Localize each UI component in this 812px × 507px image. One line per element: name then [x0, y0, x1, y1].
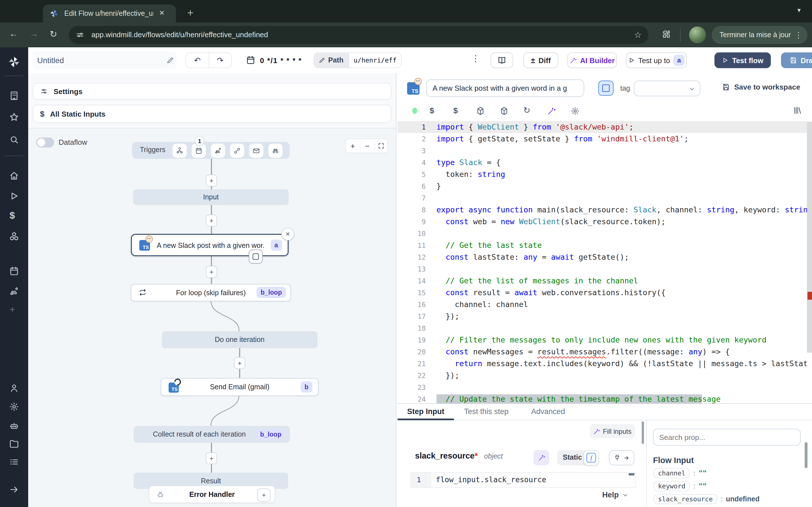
- docs-book-button[interactable]: [491, 52, 513, 68]
- add-icon[interactable]: +: [10, 304, 15, 316]
- ai-builder-button[interactable]: AI Builder: [567, 52, 617, 68]
- help-button[interactable]: Help: [602, 491, 629, 499]
- editor-scrollbar[interactable]: [807, 122, 812, 353]
- zoom-out-icon[interactable]: −: [360, 142, 375, 151]
- code-line[interactable]: 20 const newMessages = result.messages.f…: [398, 346, 807, 358]
- code-line[interactable]: 17 });: [398, 311, 807, 322]
- prop-key[interactable]: slack_resource: [654, 494, 717, 504]
- editor-settings-gear-icon[interactable]: [571, 107, 580, 115]
- code-line[interactable]: 5 token: string: [398, 168, 807, 180]
- add-error-handler-icon[interactable]: +: [257, 488, 271, 502]
- add-step-button[interactable]: +: [206, 175, 217, 186]
- extensions-icon[interactable]: [661, 29, 671, 40]
- browser-tab[interactable]: Edit Flow u/henri/effective_un ✕: [43, 4, 176, 22]
- test-up-to-button[interactable]: Test up to a: [626, 52, 687, 68]
- reload-icon[interactable]: ↻: [50, 29, 57, 40]
- workspace-icon[interactable]: [9, 91, 19, 101]
- code-editor[interactable]: 1import { WebClient } from '@slack/web-a…: [398, 121, 807, 403]
- node-send-email[interactable]: TS Send Email (gmail) b: [161, 378, 319, 396]
- panel-scrollbar[interactable]: [642, 421, 644, 444]
- search-prop-input[interactable]: [653, 429, 801, 446]
- undo-button[interactable]: ↶: [186, 56, 209, 65]
- resources-picker-icon[interactable]: $: [453, 106, 458, 115]
- code-line[interactable]: 12 const lastState: any = await getState…: [398, 251, 807, 263]
- home-icon[interactable]: [9, 171, 19, 181]
- bookmark-star-icon[interactable]: ☆: [634, 30, 642, 40]
- edit-pencil-icon[interactable]: [166, 56, 174, 64]
- more-options-icon[interactable]: ⋮: [471, 54, 480, 64]
- code-line[interactable]: 19 // Filter the messages to only includ…: [398, 334, 807, 346]
- library-icon[interactable]: [793, 106, 802, 115]
- save-to-workspace-button[interactable]: Save to workspace: [722, 83, 800, 91]
- tab-test-this-step[interactable]: Test this step: [464, 407, 509, 416]
- ai-wand-icon[interactable]: [547, 107, 556, 115]
- variables-icon[interactable]: $: [10, 210, 15, 221]
- fill-inputs-button[interactable]: Fill inputs: [590, 424, 635, 438]
- draft-button[interactable]: Draft: [781, 52, 812, 68]
- http-route-trigger-icon[interactable]: [211, 144, 225, 158]
- code-line[interactable]: 16 channel: channel: [398, 298, 807, 311]
- reload-script-icon[interactable]: ↻: [523, 105, 530, 115]
- code-line[interactable]: 1import { WebClient } from '@slack/web-a…: [398, 121, 807, 133]
- forward-icon[interactable]: →: [29, 29, 38, 39]
- code-line[interactable]: 24 // Update the state with the timestam…: [398, 393, 807, 403]
- tab-step-input[interactable]: Step Input: [407, 407, 444, 416]
- node-input[interactable]: Input: [133, 189, 289, 205]
- schedule-trigger-icon[interactable]: [192, 144, 206, 158]
- settings-gear-icon[interactable]: [9, 402, 19, 412]
- node-collect-result[interactable]: Collect result of each iteration b_loop: [134, 426, 290, 443]
- step-summary-input[interactable]: [426, 79, 584, 97]
- javascript-expr-mode-button[interactable]: f: [583, 450, 599, 465]
- collapse-arrow-icon[interactable]: [9, 485, 19, 495]
- add-step-button[interactable]: +: [234, 357, 245, 369]
- poll-trigger-icon[interactable]: [268, 144, 283, 158]
- fullscreen-icon[interactable]: [378, 143, 385, 149]
- add-step-button[interactable]: +: [206, 452, 217, 464]
- error-handler-card[interactable]: Error Handler +: [149, 486, 275, 503]
- search-icon[interactable]: [9, 135, 19, 145]
- prop-row-channel[interactable]: channel : "": [654, 468, 707, 478]
- email-trigger-icon[interactable]: [249, 144, 263, 158]
- triggers-bar[interactable]: Triggers 1: [132, 142, 290, 159]
- routes-icon[interactable]: [9, 286, 19, 296]
- code-line[interactable]: 15 const result = await web.conversation…: [398, 287, 807, 298]
- favorites-star-icon[interactable]: [9, 112, 19, 122]
- browser-update-button[interactable]: Terminer la mise à jour ⋮: [712, 26, 808, 44]
- package-icon[interactable]: [500, 107, 509, 115]
- flow-settings-button[interactable]: Settings: [33, 83, 391, 100]
- tabs-chevron-icon[interactable]: ▾: [797, 6, 801, 14]
- cron-schedule[interactable]: 0 */1 * * * *: [260, 56, 302, 65]
- stop-after-step-icon[interactable]: [249, 249, 263, 264]
- code-line[interactable]: 9 const web = new WebClient(slack_resour…: [398, 216, 807, 228]
- runs-icon[interactable]: [9, 191, 19, 201]
- all-static-inputs-button[interactable]: $ All Static Inputs: [33, 105, 391, 123]
- zoom-in-icon[interactable]: +: [346, 142, 360, 151]
- add-step-button[interactable]: +: [206, 215, 217, 226]
- tab-advanced[interactable]: Advanced: [531, 407, 565, 416]
- code-line[interactable]: 6}: [398, 180, 807, 192]
- redo-button[interactable]: ↷: [209, 56, 231, 65]
- code-line[interactable]: 8export async function main(slack_resour…: [398, 204, 807, 216]
- tag-select[interactable]: [634, 80, 700, 96]
- code-line[interactable]: 21 return message.text.includes(keyword)…: [398, 358, 807, 370]
- flow-name-input[interactable]: Untitled: [33, 51, 176, 69]
- variables-picker-icon[interactable]: $: [430, 106, 434, 115]
- tab-close-icon[interactable]: ✕: [159, 9, 165, 17]
- code-line[interactable]: 22 });: [398, 370, 807, 381]
- site-settings-icon[interactable]: [75, 31, 85, 40]
- schedule-calendar-icon[interactable]: [246, 55, 255, 65]
- ai-fill-button[interactable]: [534, 450, 549, 465]
- test-flow-button[interactable]: Test flow: [714, 52, 771, 68]
- code-line[interactable]: 2import { getState, setState } from 'win…: [398, 133, 807, 145]
- user-icon[interactable]: [9, 383, 19, 393]
- node-do-one-iteration[interactable]: Do one iteration: [162, 331, 317, 348]
- panel-divider[interactable]: [396, 73, 396, 507]
- props-scrollbar[interactable]: [805, 442, 808, 468]
- prop-row-slack-resource[interactable]: slack_resource : undefined: [654, 494, 760, 504]
- resources-icon[interactable]: [9, 231, 19, 242]
- expression-editor[interactable]: 1 flow_input.slack_resource: [410, 472, 636, 488]
- path-chip[interactable]: Path u/henri/eff: [313, 52, 402, 68]
- prop-key[interactable]: keyword: [654, 481, 690, 491]
- stop-after-step-toggle[interactable]: [598, 80, 613, 96]
- windmill-logo[interactable]: [8, 56, 20, 68]
